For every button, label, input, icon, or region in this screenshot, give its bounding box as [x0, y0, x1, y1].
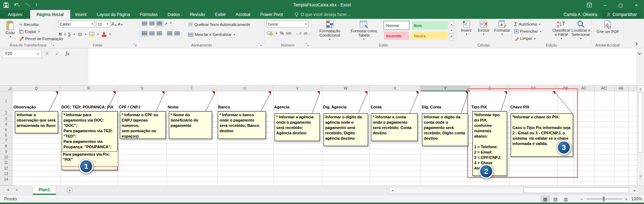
comma-style-button[interactable]: 000: [286, 32, 292, 35]
font-size-select[interactable]: 10▼: [96, 21, 110, 27]
font-color-button[interactable]: A: [102, 32, 106, 37]
accounting-format-button[interactable]: [267, 31, 273, 36]
cell-style-neutra[interactable]: Neutra: [411, 31, 448, 40]
align-right-icon[interactable]: [157, 32, 162, 36]
name-box[interactable]: Y20▼: [2, 49, 42, 58]
cell-title-cpf-cnpj[interactable]: CPF / CNPJ: [119, 105, 140, 110]
fill-button[interactable]: Preencher▼: [514, 28, 542, 35]
column-header-t[interactable]: T: [167, 86, 217, 91]
styles-scroll-up[interactable]: ▲: [449, 21, 454, 27]
row-header-8[interactable]: 8: [0, 143, 12, 149]
column-header-ad[interactable]: AD: [594, 86, 614, 91]
horizontal-scroll-thumb[interactable]: [523, 188, 629, 193]
column-header-y-selected[interactable]: Y: [421, 86, 470, 91]
row-header-1[interactable]: 1: [0, 91, 12, 111]
cell-title-agencia[interactable]: Agencia: [274, 105, 289, 110]
increase-indent-icon[interactable]: [174, 32, 180, 36]
align-left-icon[interactable]: [142, 32, 147, 36]
row-header-5[interactable]: 5: [0, 127, 12, 133]
formula-input[interactable]: [88, 48, 636, 85]
wrap-text-button[interactable]: Quebrar Texto Automaticamente: [188, 21, 250, 28]
tab-power-pivot[interactable]: Power Pivot: [255, 10, 288, 19]
expand-formula-bar-button[interactable]: [638, 52, 642, 55]
column-header-u[interactable]: U: [217, 86, 273, 91]
sheet-nav-prev[interactable]: ◄: [6, 188, 10, 192]
grow-font-button[interactable]: A▲: [111, 21, 117, 27]
alignment-dialog-launcher[interactable]: [259, 43, 262, 47]
scroll-up-arrow[interactable]: ▲: [637, 87, 644, 91]
new-sheet-button[interactable]: +: [67, 187, 73, 193]
row-header-9[interactable]: 9: [0, 149, 12, 154]
ribbon-display-options-button[interactable]: [582, 0, 597, 10]
row-header-12[interactable]: 12: [0, 165, 12, 171]
cut-button[interactable]: ✂Recortar: [19, 21, 63, 28]
column-header-q[interactable]: Q: [12, 86, 60, 91]
column-header-r[interactable]: R: [60, 86, 118, 91]
tab-dados[interactable]: Dados: [162, 10, 185, 19]
number-dialog-launcher[interactable]: [306, 43, 310, 47]
zoom-slider-handle[interactable]: [603, 197, 605, 202]
cell-title-doc-ted[interactable]: DOC; TED; POUPANCA; PIX: [61, 105, 113, 110]
insert-cells-button[interactable]: Inserir▼: [458, 20, 474, 37]
row-header-2[interactable]: 2: [0, 111, 12, 116]
zoom-in-button[interactable]: +: [625, 196, 628, 202]
orientation-button[interactable]: ⇗: [164, 22, 167, 26]
tab-layout-da-pagina[interactable]: Layout da Página: [92, 10, 135, 19]
enter-icon[interactable]: ✓: [55, 51, 59, 57]
column-header-ae[interactable]: AE: [614, 86, 628, 91]
tab-pagina-inicial[interactable]: Página Inicial: [30, 10, 70, 19]
cell-style-bom[interactable]: Bom: [411, 21, 448, 30]
borders-button[interactable]: ⊞: [78, 32, 82, 37]
align-center-icon[interactable]: [149, 32, 155, 36]
column-header-s[interactable]: S: [118, 86, 167, 91]
percent-style-button[interactable]: %: [280, 31, 284, 36]
collapse-ribbon-button[interactable]: [634, 42, 638, 46]
tab-acrobat[interactable]: Acrobat: [231, 10, 255, 19]
underline-button[interactable]: S: [68, 32, 71, 36]
close-button[interactable]: ×: [628, 0, 644, 10]
worksheet[interactable]: Q R S T U V W X Y Z AA AB AC AD AE 1 2 3…: [0, 85, 644, 186]
italic-button[interactable]: I: [64, 32, 66, 36]
row-header-11[interactable]: 11: [0, 160, 12, 165]
cell-title-banco[interactable]: Banco: [218, 105, 230, 110]
column-header-v[interactable]: V: [273, 86, 322, 91]
tab-formulas[interactable]: Fórmulas: [135, 10, 162, 19]
tell-me-search[interactable]: O que você deseja fazer...: [294, 10, 350, 19]
cell-title-dig-agencia[interactable]: Dig. Agencia: [323, 105, 346, 110]
merge-center-button[interactable]: Mesclar e Centralizar▼: [188, 31, 235, 38]
row-header-7[interactable]: 7: [0, 138, 12, 143]
cell-style-incorreto[interactable]: Incorreto: [384, 31, 409, 40]
vertical-scroll-thumb[interactable]: [638, 92, 643, 152]
shrink-font-button[interactable]: A▼: [118, 22, 123, 26]
view-normal-button[interactable]: ▦: [540, 195, 550, 203]
decrease-indent-icon[interactable]: [167, 32, 172, 36]
format-painter-button[interactable]: Pincel de Formatação: [19, 35, 63, 42]
horizontal-scrollbar[interactable]: ◄ ►: [389, 187, 638, 194]
user-name[interactable]: Camila A. Oliveira: [564, 12, 597, 17]
delete-cells-button[interactable]: Excluir▼: [475, 20, 492, 37]
decrease-decimal-button[interactable]: ,00→: [303, 32, 310, 35]
scroll-down-arrow[interactable]: ▼: [637, 175, 644, 178]
create-pdf-button[interactable]: Crie um PDF: [595, 20, 621, 34]
tab-inserir[interactable]: Inserir: [70, 10, 92, 19]
font-name-select[interactable]: Calibri▼: [58, 21, 95, 27]
vertical-scrollbar[interactable]: ▲ ▼: [637, 86, 644, 186]
bold-button[interactable]: N: [59, 32, 62, 36]
sheet-tab-plan1[interactable]: Plan1: [33, 186, 56, 195]
fx-icon[interactable]: fx: [66, 51, 69, 57]
autosum-button[interactable]: ΣAutoSoma▼: [514, 21, 542, 28]
view-page-layout-button[interactable]: ▤: [551, 195, 560, 203]
font-dialog-launcher[interactable]: [133, 43, 137, 47]
find-select-button[interactable]: Localizar e Selecionar▼: [571, 20, 591, 41]
clear-button[interactable]: Limpar▼: [514, 35, 542, 42]
column-header-x[interactable]: X: [370, 86, 421, 91]
select-all-corner[interactable]: [0, 86, 12, 91]
zoom-level[interactable]: 100%: [631, 197, 642, 202]
tab-revisao[interactable]: Revisão: [185, 10, 210, 19]
cell-title-nome[interactable]: Nome: [168, 105, 179, 110]
styles-scroll-down[interactable]: ▼: [449, 27, 454, 34]
row-header-13[interactable]: 13: [0, 171, 12, 176]
row-header-3[interactable]: 3: [0, 116, 12, 122]
align-top-icon[interactable]: [142, 22, 147, 26]
clipboard-dialog-launcher[interactable]: [51, 43, 55, 47]
